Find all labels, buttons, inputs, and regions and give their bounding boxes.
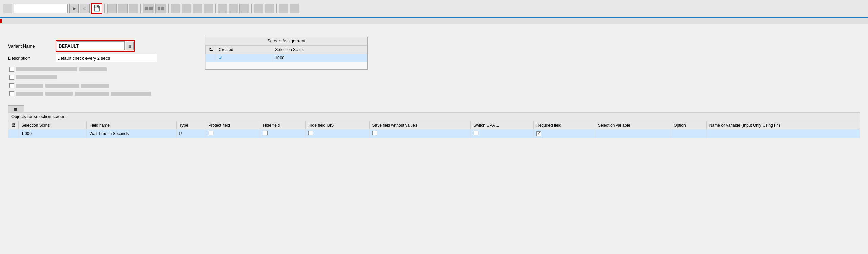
save-field-checkbox[interactable] <box>372 131 377 135</box>
toolbar-btn-16[interactable] <box>265 4 274 13</box>
chevron-right-icon: ▶ <box>73 6 76 11</box>
toolbar-btn-15[interactable] <box>254 4 263 13</box>
checkbox-2[interactable] <box>9 75 14 80</box>
objects-cell-protect-field <box>206 129 260 138</box>
objects-cell-switch-gpa <box>470 129 533 138</box>
toolbar-btn-12[interactable] <box>218 4 227 13</box>
objects-cell-selection-scrns: 1.000 <box>19 129 87 138</box>
objects-tab-icon: ▦ <box>14 107 17 111</box>
variant-name-label: Variant Name <box>8 43 56 49</box>
switch-gpa-checkbox[interactable] <box>474 131 478 135</box>
objects-table-icon: 🖶 <box>11 123 16 128</box>
form-screen-row: Variant Name ▦ Description <box>8 40 860 98</box>
cb-label-block-1 <box>16 67 107 71</box>
sa-header-row: 🖶 Created Selection Scrns <box>206 46 367 54</box>
objects-col-switch-gpa[interactable]: Switch GPA ... <box>470 121 533 129</box>
toolbar-btn-6[interactable] <box>143 4 154 13</box>
cb-placeholder-2a <box>16 75 57 79</box>
sa-created-cell: ✓ <box>216 54 272 62</box>
objects-tab[interactable]: ▦ <box>8 105 24 112</box>
checkbox-row-3 <box>9 82 157 89</box>
sa-selection-scrns-cell: 1000 <box>272 54 367 62</box>
cb-placeholder-3c <box>81 84 109 88</box>
protect-field-checkbox[interactable] <box>209 131 213 135</box>
separator-2 <box>140 4 141 13</box>
toolbar-btn-back[interactable]: « <box>80 4 90 13</box>
toolbar-btn-8[interactable] <box>171 4 180 13</box>
objects-col-option[interactable]: Option <box>671 121 707 129</box>
objects-cell-hide-field <box>260 129 306 138</box>
objects-cell-required-field: ✓ <box>533 129 595 138</box>
objects-cell-field-name: Wait Time in Seconds <box>86 129 176 138</box>
toolbar-btn-5[interactable] <box>129 4 138 13</box>
separator-3 <box>168 4 169 13</box>
objects-col-hide-field-bis[interactable]: Hide field 'BIS' <box>306 121 369 129</box>
objects-col-name-of-variable[interactable]: Name of Variable (Input Only Using F4) <box>706 121 860 129</box>
sa-empty-cell <box>206 62 367 69</box>
sa-empty-row <box>206 62 367 69</box>
objects-col-selection-scrns[interactable]: Selection Scrns <box>19 121 87 129</box>
objects-col-hide-field[interactable]: Hide field <box>260 121 306 129</box>
objects-col-icon: 🖶 <box>8 121 19 129</box>
toolbar-btn-9[interactable] <box>182 4 191 13</box>
objects-table-header-row: 🖶 Selection Scrns Field name Type Protec… <box>8 121 860 129</box>
toolbar-btn-11[interactable] <box>204 4 213 13</box>
toolbar-btn-1[interactable] <box>3 4 12 13</box>
objects-table-container: 🖶 Selection Scrns Field name Type Protec… <box>8 121 860 138</box>
hide-field-checkbox[interactable] <box>263 131 268 135</box>
separator-4 <box>215 4 216 13</box>
variant-name-input[interactable] <box>57 41 125 50</box>
cb-placeholder-1b <box>79 67 107 71</box>
checkbox-4[interactable] <box>9 91 14 96</box>
objects-cell-type: P <box>176 129 206 138</box>
objects-cell-selection-variable <box>595 129 671 138</box>
toolbar-btn-14[interactable] <box>239 4 249 13</box>
objects-section: ▦ Objects for selection screen 🖶 S <box>8 104 860 138</box>
save-icon: 💾 <box>93 5 100 12</box>
sa-expand-icon: 🖶 <box>208 47 213 52</box>
toolbar-btn-10[interactable] <box>193 4 202 13</box>
save-button[interactable]: 💾 <box>91 3 102 14</box>
objects-col-save-field[interactable]: Save field without values <box>369 121 470 129</box>
toolbar-btn-4[interactable] <box>118 4 128 13</box>
sa-col-created[interactable]: Created <box>216 46 272 54</box>
description-label: Description <box>8 56 56 61</box>
objects-table-row[interactable]: 1.000 Wait Time in Seconds P <box>8 129 860 138</box>
main-area: Variant Name ▦ Description <box>0 18 868 254</box>
screen-assignment-table: 🖶 Created Selection Scrns ✓ <box>205 45 367 69</box>
toolbar-btn-3[interactable] <box>107 4 117 13</box>
sa-data-row[interactable]: ✓ 1000 <box>206 54 367 62</box>
screen-assignment-title: Screen Assignment <box>205 37 367 45</box>
objects-col-selection-variable[interactable]: Selection variable <box>595 121 671 129</box>
separator-1 <box>104 4 105 13</box>
toolbar-btn-13[interactable] <box>229 4 238 13</box>
description-input[interactable] <box>56 54 157 62</box>
checkbox-3[interactable] <box>9 83 14 88</box>
cb-placeholder-4d <box>111 92 151 96</box>
screen-assignment-panel: Screen Assignment 🖶 Created Selection Sc… <box>205 37 368 70</box>
cb-placeholder-4a <box>16 92 43 96</box>
sa-col-selection-scrns[interactable]: Selection Scrns <box>272 46 367 54</box>
checkbox-1[interactable] <box>9 67 14 72</box>
objects-col-field-name[interactable]: Field name <box>86 121 176 129</box>
description-row: Description <box>8 54 157 62</box>
checkbox-row-4 <box>9 90 157 97</box>
toolbar-input[interactable] <box>14 4 68 13</box>
toolbar-btn-17[interactable] <box>279 4 288 13</box>
checkbox-row-2 <box>9 74 157 81</box>
variant-name-icon-btn[interactable]: ▦ <box>126 42 134 50</box>
hide-field-bis-checkbox[interactable] <box>308 131 313 135</box>
variant-name-row: Variant Name ▦ <box>8 40 157 52</box>
toolbar-btn-2[interactable]: ▶ <box>69 4 79 13</box>
objects-col-protect-field[interactable]: Protect field <box>206 121 260 129</box>
separator-5 <box>251 4 252 13</box>
form-column: Variant Name ▦ Description <box>8 40 157 98</box>
toolbar-btn-7[interactable] <box>155 4 166 13</box>
objects-cell-option <box>671 129 707 138</box>
objects-col-type[interactable]: Type <box>176 121 206 129</box>
screen-assignment-column: Screen Assignment 🖶 Created Selection Sc… <box>205 37 860 98</box>
toolbar-btn-18[interactable] <box>290 4 299 13</box>
required-field-checkbox[interactable]: ✓ <box>536 131 541 136</box>
cb-placeholder-4b <box>45 92 73 96</box>
objects-col-required-field[interactable]: Required field <box>533 121 595 129</box>
